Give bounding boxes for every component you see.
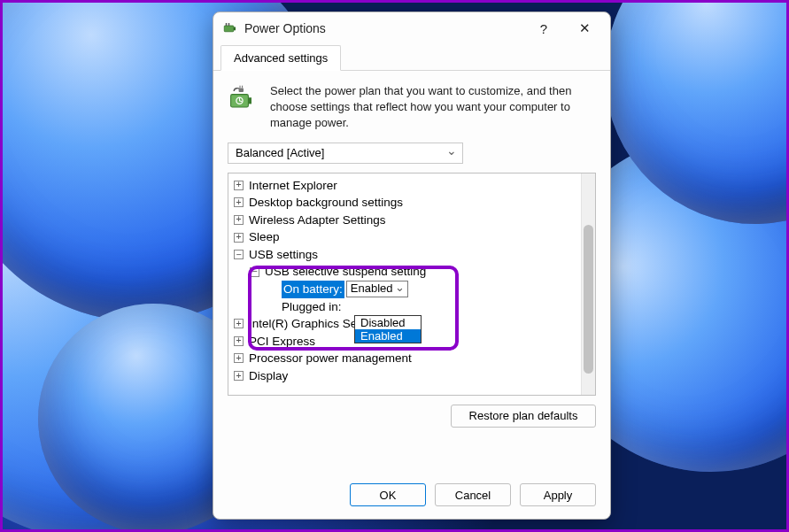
svg-rect-7 [239, 88, 244, 92]
tree-item[interactable]: +Desktop background settings [230, 194, 593, 212]
expand-icon[interactable]: + [234, 197, 244, 207]
window-title: Power Options [244, 21, 523, 35]
expand-icon[interactable]: + [234, 215, 244, 225]
plugged-in-dropdown[interactable]: Disabled Enabled [354, 315, 422, 343]
svg-rect-1 [234, 27, 236, 31]
power-options-dialog: Power Options ? ✕ Advanced settings Sele… [213, 12, 611, 520]
tab-advanced-settings[interactable]: Advanced settings [220, 45, 341, 71]
cancel-button[interactable]: Cancel [435, 483, 511, 506]
collapse-icon[interactable]: − [234, 250, 244, 259]
power-options-icon [222, 20, 238, 36]
scrollbar-thumb[interactable] [584, 225, 593, 374]
battery-plug-icon [228, 83, 259, 115]
tree-item[interactable]: +Sleep [230, 228, 593, 246]
expand-icon[interactable]: + [234, 319, 244, 328]
svg-rect-2 [226, 23, 228, 26]
tree-item[interactable]: +Processor power management [230, 350, 593, 367]
power-plan-selected: Balanced [Active] [236, 146, 324, 159]
tree-value-on-battery[interactable]: On battery: Enabled [230, 281, 593, 298]
expand-icon[interactable]: + [234, 353, 244, 363]
tree-item[interactable]: +Display [230, 367, 593, 385]
plugged-in-label: Plugged in: [282, 298, 342, 316]
tree-item-usb-selective-suspend[interactable]: −USB selective suspend setting [230, 263, 593, 281]
close-button[interactable]: ✕ [564, 14, 605, 42]
tree-value-plugged-in[interactable]: Plugged in: [230, 298, 593, 316]
svg-rect-8 [240, 86, 241, 89]
on-battery-label: On battery: [282, 281, 344, 298]
svg-rect-9 [242, 86, 243, 89]
tree-item-usb-settings[interactable]: −USB settings [230, 246, 593, 264]
collapse-icon[interactable]: − [250, 267, 259, 277]
power-plan-select[interactable]: Balanced [Active] [228, 143, 463, 164]
svg-rect-5 [248, 97, 251, 104]
expand-icon[interactable]: + [234, 371, 244, 381]
on-battery-combo[interactable]: Enabled [346, 281, 408, 297]
expand-icon[interactable]: + [234, 233, 244, 243]
tree-item[interactable]: +Internet Explorer [230, 177, 593, 195]
tabstrip: Advanced settings [213, 44, 610, 71]
tab-content: Select the power plan that you want to c… [213, 71, 610, 483]
header-description: Select the power plan that you want to c… [270, 83, 596, 132]
help-button[interactable]: ? [523, 14, 564, 42]
titlebar: Power Options ? ✕ [213, 12, 610, 44]
expand-icon[interactable]: + [234, 181, 244, 190]
tree-item[interactable]: +Wireless Adapter Settings [230, 212, 593, 229]
settings-tree: +Internet Explorer +Desktop background s… [228, 173, 596, 396]
expand-icon[interactable]: + [234, 336, 244, 346]
apply-button[interactable]: Apply [520, 483, 596, 506]
tree-scrollbar[interactable] [581, 173, 595, 395]
ok-button[interactable]: OK [350, 483, 426, 506]
dropdown-option-enabled[interactable]: Enabled [355, 329, 421, 343]
dialog-buttons: OK Cancel Apply [213, 483, 610, 519]
svg-rect-0 [224, 26, 234, 32]
restore-defaults-button[interactable]: Restore plan defaults [451, 405, 596, 428]
svg-rect-3 [228, 23, 230, 26]
dropdown-option-disabled[interactable]: Disabled [355, 316, 421, 329]
